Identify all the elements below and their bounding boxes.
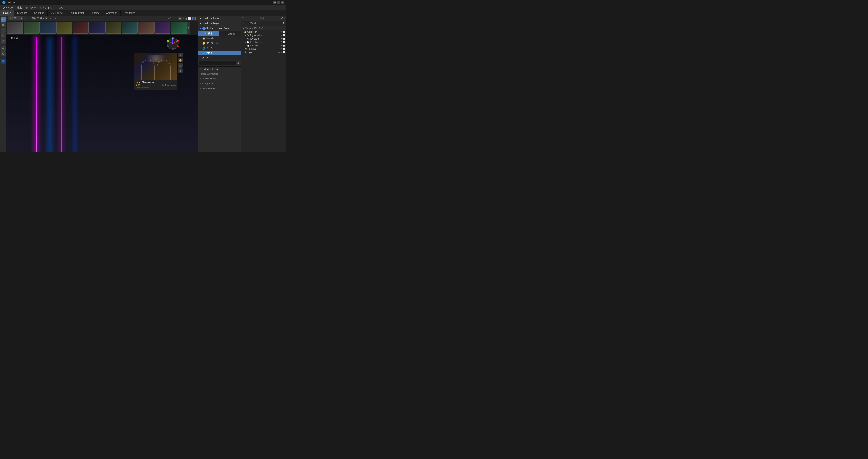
asset-thumb-2[interactable] xyxy=(24,22,39,34)
tree-item-toy-wooden[interactable]: ▼ 🔧 Toy Wooden ✓ 👁 ⬜ xyxy=(241,34,286,37)
category-hdrs[interactable]: 🌐 HDRs xyxy=(198,51,241,55)
tl-cam[interactable]: ⬜ xyxy=(283,41,285,43)
proportional-edit[interactable]: ⌾ xyxy=(183,17,184,20)
my-assets-checkbox[interactable] xyxy=(200,68,203,70)
find-upload-header[interactable]: ▼ B Find and Upload Asse... ⋮⋮ xyxy=(198,26,241,31)
pin-icon[interactable]: 📌 xyxy=(280,17,283,20)
search-filters-row[interactable]: ▶ Search filters xyxy=(198,76,241,81)
overlay-options[interactable]: ◎ xyxy=(185,17,187,20)
viewlayer-icon[interactable]: ▦ xyxy=(262,17,265,20)
vp-add-menu[interactable]: 追加 xyxy=(37,17,42,20)
minimize-button[interactable]: — xyxy=(273,1,276,4)
vp-grid-btn[interactable]: ⊞ xyxy=(178,68,183,73)
tool-measure[interactable]: 📐 xyxy=(1,51,6,56)
tab-animation[interactable]: Animation xyxy=(103,10,121,16)
category-brushes[interactable]: 🖌 ブラシ xyxy=(198,55,241,60)
asset-thumb-5[interactable] xyxy=(73,22,89,34)
tllam-cam[interactable]: ⬜ xyxy=(283,44,285,47)
import-settings-row[interactable]: ▶ Import settings xyxy=(198,86,241,91)
hdr-preview-popup: Neon Photostudio ★ 10 by Poly Haven Righ… xyxy=(134,53,177,90)
light-eye[interactable]: 👁 xyxy=(281,51,283,53)
menu-render[interactable]: レンダー xyxy=(24,5,38,10)
tool-annotate[interactable]: ✏ xyxy=(1,46,6,51)
menu-help[interactable]: ヘルプ xyxy=(55,5,66,10)
category-scenes[interactable]: 🌐 シーン xyxy=(198,45,241,51)
tree-item-toy-woo[interactable]: 🔧 Toy Woo 👁 ⬜ xyxy=(241,37,286,40)
asset-thumb-8[interactable] xyxy=(122,22,138,34)
menu-edit[interactable]: 編集 xyxy=(15,5,24,10)
blenderkit-profile-header[interactable]: ▶ BlenderKit Profile ⋮⋮ xyxy=(198,16,241,21)
maximize-button[interactable]: □ xyxy=(277,1,280,4)
new-icon[interactable]: + xyxy=(284,17,285,20)
search-tab[interactable]: 🔍 検索 xyxy=(198,31,219,36)
twoo-cam[interactable]: ⬜ xyxy=(283,38,285,40)
tree-item-light[interactable]: 💡 Light ⬤ 👁 ⬜ xyxy=(241,51,286,54)
asset-thumb-9[interactable] xyxy=(138,22,154,34)
tab-texture-paint[interactable]: Texture Paint xyxy=(66,10,87,16)
vp-object-menu[interactable]: オブジェクト xyxy=(43,17,56,20)
tree-item-toy-llam[interactable]: 🐑 Toy Llam 👁 ⬜ xyxy=(241,44,286,47)
coll-eye[interactable]: 👁 xyxy=(281,31,283,33)
tl-check[interactable]: ✓ xyxy=(279,41,280,43)
vp-camera-btn[interactable]: 🎥 xyxy=(178,63,183,68)
viewport-shading[interactable]: ⬛ xyxy=(192,17,196,20)
categories-row[interactable]: ▶ Categories xyxy=(198,81,241,86)
tree-item-toy-llama-r[interactable]: ▼ 🐑 Toy Llama, r ✓ 👁 ⬜ xyxy=(241,40,286,44)
tl-eye[interactable]: 👁 xyxy=(281,41,283,43)
tab-layout[interactable]: Layout xyxy=(0,10,14,16)
asset-thumb-4[interactable] xyxy=(56,22,72,34)
tree-item-camera[interactable]: 📷 Camera | 👁 ⬜ xyxy=(241,47,286,51)
search-input[interactable] xyxy=(199,61,237,65)
tw-cam[interactable]: ⬜ xyxy=(283,34,285,36)
coll-check[interactable]: ✓ xyxy=(279,31,280,33)
twoo-eye[interactable]: 👁 xyxy=(281,38,283,40)
tool-rotate[interactable]: ↻ xyxy=(1,33,6,38)
blenderkit-login-header[interactable]: ▶ BlenderKit Login ⋮⋮ xyxy=(198,21,241,26)
vp-select-menu[interactable]: 選択 xyxy=(32,17,36,20)
category-models[interactable]: 🔲 Models xyxy=(198,36,241,41)
scene-icon[interactable]: ⬡ xyxy=(260,17,262,20)
asset-thumb-1[interactable] xyxy=(7,22,23,34)
asset-thumb-11[interactable] xyxy=(171,22,187,34)
asset-thumb-3[interactable] xyxy=(40,22,56,34)
tab-rendering[interactable]: Rendering xyxy=(121,10,139,16)
vp-view-menu[interactable]: ビュー xyxy=(24,17,31,20)
tw-eye[interactable]: 👁 xyxy=(281,34,283,36)
asset-strip-arrow[interactable]: ▶ xyxy=(187,22,190,34)
asset-thumb-10[interactable] xyxy=(154,22,170,34)
light-cam[interactable]: ⬜ xyxy=(283,51,285,53)
filter-icon[interactable]: 🔍 xyxy=(283,22,285,25)
tool-add-cube[interactable]: 🟦 xyxy=(1,59,6,64)
menu-file[interactable]: ファイル xyxy=(1,5,14,10)
tool-scale[interactable]: ⤢ xyxy=(1,39,6,43)
vp-hand-btn[interactable]: ✋ xyxy=(178,58,183,62)
menu-window[interactable]: ウィンドウ xyxy=(38,5,54,10)
viewport[interactable]: オブジェ... ▾ ビュー 選択 追加 オブジェクト グロー... ▾ ⊞ ⌾ … xyxy=(6,16,198,152)
tool-cursor[interactable]: ⊕ xyxy=(1,22,6,27)
cam-cam[interactable]: ⬜ xyxy=(283,48,285,50)
category-materials[interactable]: 🟡 マテリアル xyxy=(198,41,241,45)
tab-uv-editing[interactable]: UV Editing xyxy=(48,10,66,16)
viewlayer-breadcrumb[interactable]: ViewL... xyxy=(250,22,258,25)
xray-toggle[interactable]: ⬜ xyxy=(188,17,191,20)
coll-hide[interactable]: ⬜ xyxy=(283,31,285,33)
tool-move[interactable]: ✛ xyxy=(1,28,6,33)
close-button[interactable]: ✕ xyxy=(281,1,284,4)
vp-plus-btn[interactable]: + xyxy=(178,53,183,57)
gizmo-options[interactable]: グロー... ▾ xyxy=(167,17,178,20)
tab-shading[interactable]: Shading xyxy=(87,10,103,16)
eye-icon[interactable]: 👁 xyxy=(237,62,240,65)
asset-thumb-7[interactable] xyxy=(105,22,121,34)
tool-select[interactable]: ↖ xyxy=(1,17,6,22)
tree-item-collection[interactable]: ▼ 📁 Collection ✓ 👁 ⬜ xyxy=(241,30,286,34)
mode-selector[interactable]: オブジェ... ▾ xyxy=(8,17,23,21)
scene-breadcrumb[interactable]: Sce... xyxy=(242,22,248,25)
tab-sculpting[interactable]: Sculpting xyxy=(31,10,48,16)
snap-options[interactable]: ⊞ xyxy=(178,17,182,20)
upload-tab[interactable]: ⬆ Upload xyxy=(219,31,241,36)
asset-thumb-6[interactable] xyxy=(89,22,105,34)
tw-check[interactable]: ✓ xyxy=(279,34,280,36)
tllam-eye[interactable]: 👁 xyxy=(281,44,283,47)
cam-eye[interactable]: 👁 xyxy=(281,48,283,50)
tab-modeling[interactable]: Modeling xyxy=(14,10,31,16)
